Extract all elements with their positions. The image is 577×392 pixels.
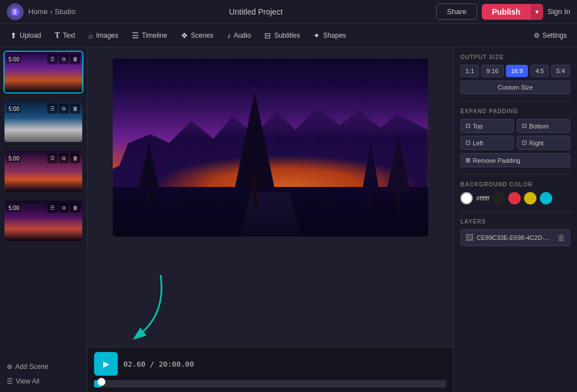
scene-copy-4[interactable]: ⧉ [59,203,69,213]
toolbar-upload[interactable]: ⬆ Upload [5,28,47,43]
size-16-9[interactable]: 16:9 [506,65,528,77]
canvas-background: 〜 〜 [113,59,428,237]
canvas-area: 〜 〜 [87,47,453,347]
scene-copy-2[interactable]: ⧉ [59,104,69,114]
project-title[interactable]: Untitled Project [80,7,432,16]
divider-2 [460,174,570,175]
signin-button[interactable]: Sign In [548,7,570,16]
remove-padding-button[interactable]: ⊠ Remove Padding [460,153,570,167]
size-1-1[interactable]: 1:1 [460,65,479,77]
share-button[interactable]: Share [436,3,477,20]
scene-delete-2[interactable]: 🗑 [70,104,80,114]
divider-1 [460,101,570,101]
toolbar-audio[interactable]: ♪ Audio [221,28,257,43]
color-white[interactable] [460,192,473,204]
main-tree [232,92,277,204]
scene-delete-3[interactable]: 🗑 [70,153,80,163]
background-color-section: BACKGROUND COLOR #ffffff [460,181,570,204]
toolbar-images[interactable]: ⌕ Images [83,28,123,43]
subtitles-icon: ⊟ [264,31,271,40]
topbar-actions: Share Publish ▾ Sign In [436,3,570,20]
right-tree-2-trunk [370,196,372,210]
background-color-title: BACKGROUND COLOR [460,181,570,188]
layer-delete-button[interactable]: 🗑 [557,233,565,242]
toolbar-shapes[interactable]: ✦ Shapes [308,28,352,43]
remove-padding-icon: ⊠ [465,157,471,164]
toolbar-timeline[interactable]: ☰ Timeline [126,28,173,43]
left-tree-body [139,142,159,188]
size-4-5[interactable]: 4:5 [530,65,549,77]
audio-icon: ♪ [227,31,231,40]
scene-time-3: 5:00 [7,155,21,162]
play-button[interactable]: ▶ [94,352,118,376]
center-panel: 〜 〜 ▶ 02.60 / 20 [87,47,453,392]
main-tree-body [235,92,274,188]
scene-delete-4[interactable]: 🗑 [70,203,80,213]
scene-copy-1[interactable]: ⧉ [59,54,69,64]
view-all-button[interactable]: ☰ View All [5,375,82,387]
add-scene-button[interactable]: ⊕ Add Scene [5,360,82,373]
scene-menu-2[interactable]: ☰ [47,104,57,114]
scene-controls-4: 5:00 ☰ ⧉ 🗑 [5,203,82,213]
right-tree-2-body [362,144,380,193]
timeline-area: ▶ 02.60 / 20:00.00 [87,347,453,392]
scene-thumb-2[interactable]: 5:00 ☰ ⧉ 🗑 [3,100,83,143]
layer-name: CE89C33E-E698-4C2D-... [477,234,554,241]
view-all-icon: ☰ [7,377,13,385]
app-logo: S [7,3,24,20]
color-red[interactable] [508,192,521,204]
left-tree-trunk [148,190,150,204]
scene-copy-3[interactable]: ⧉ [59,153,69,163]
breadcrumb-studio: Studio [55,7,76,16]
scene-menu-4[interactable]: ☰ [47,203,57,213]
timeline-track[interactable] [94,380,446,387]
main-tree-trunk [252,176,257,204]
padding-bottom-button[interactable]: ⊡ Bottom [517,119,570,133]
size-9-16[interactable]: 9:16 [481,65,503,77]
add-scene-icon: ⊕ [7,363,12,371]
right-tree-2 [361,148,381,210]
timeline-icon: ☰ [132,31,139,40]
play-icon: ▶ [103,359,109,368]
scene-menu-3[interactable]: ☰ [47,153,57,163]
canvas-wrapper[interactable]: 〜 〜 [113,59,428,237]
color-row: #ffffff [460,192,570,204]
color-yellow[interactable] [524,192,536,204]
bird-1: 〜 [255,151,260,159]
settings-button[interactable]: ⚙ Settings [528,28,572,43]
padding-right-button[interactable]: ⊡ Right [517,136,570,150]
toolbar-subtitles[interactable]: ⊟ Subtitles [259,28,305,43]
publish-button[interactable]: Publish [482,4,531,20]
text-icon: T [55,31,60,40]
scene-thumb-3[interactable]: 5:00 ☰ ⧉ 🗑 [3,150,83,193]
expand-padding-section: EXPAND PADDING ⊡ Top ⊡ Bottom ⊡ Left ⊡ R… [460,108,570,167]
padding-top-button[interactable]: ⊡ Top [460,119,514,133]
scene-thumb-4[interactable]: 5:00 ☰ ⧉ 🗑 [3,199,83,242]
publish-dropdown-button[interactable]: ▾ [531,5,543,19]
scene-controls-3: 5:00 ☰ ⧉ 🗑 [5,153,82,163]
scene-thumb-1[interactable]: 5:00 ☰ ⧉ 🗑 [3,51,83,93]
scenes-icon: ❖ [181,31,188,40]
layer-item[interactable]: 🖼 CE89C33E-E698-4C2D-... 🗑 [460,229,570,246]
custom-size-button[interactable]: Custom Size [460,81,570,94]
padding-bottom-icon: ⊡ [522,122,527,130]
sidebar-footer: ⊕ Add Scene ☰ View All [0,356,87,392]
color-black[interactable] [492,192,505,204]
breadcrumb: Home › Studio [28,7,76,16]
layers-title: LAYERS [460,219,570,225]
expand-padding-title: EXPAND PADDING [460,108,570,114]
svg-text:S: S [13,9,17,15]
breadcrumb-home[interactable]: Home [28,7,48,16]
toolbar-text[interactable]: T Text [49,28,81,43]
bird-2: 〜 [343,144,348,152]
color-label: #ffffff [476,195,489,202]
scene-menu-1[interactable]: ☰ [47,54,57,64]
padding-left-button[interactable]: ⊡ Left [460,136,514,150]
padding-grid: ⊡ Top ⊡ Bottom ⊡ Left ⊡ Right [460,119,570,150]
toolbar-scenes[interactable]: ❖ Scenes [175,28,219,43]
timeline-thumb[interactable] [97,378,105,386]
publish-group: Publish ▾ [482,4,543,20]
color-cyan[interactable] [540,192,552,204]
scene-delete-1[interactable]: 🗑 [70,54,80,64]
size-5-4[interactable]: 5:4 [551,65,570,77]
